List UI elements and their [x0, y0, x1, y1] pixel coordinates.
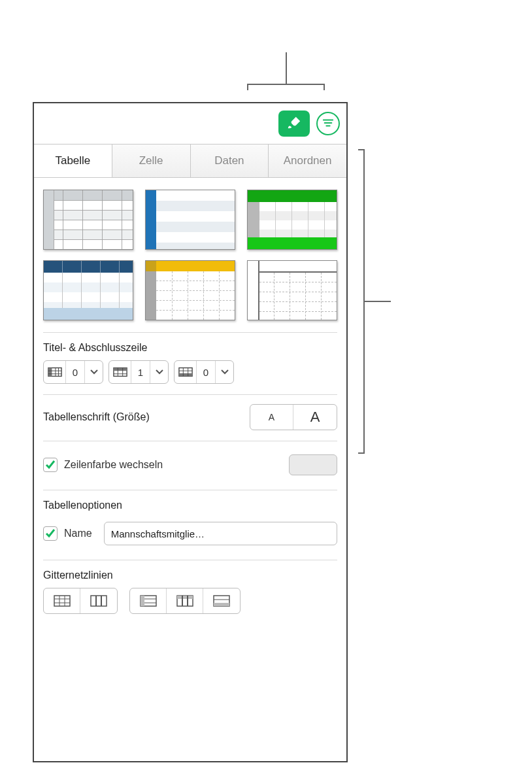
format-inspector-panel: Tabelle Zelle Daten Anordnen: [33, 102, 348, 762]
tab-anordnen[interactable]: Anordnen: [269, 144, 346, 177]
svg-rect-10: [113, 368, 126, 371]
svg-rect-28: [141, 596, 144, 606]
callout-top-bracket: [247, 52, 325, 92]
table-style-6[interactable]: [247, 260, 337, 320]
svg-rect-4: [48, 368, 52, 377]
header-rows-stepper[interactable]: 1: [108, 360, 169, 384]
footer-rows-stepper[interactable]: 0: [174, 360, 234, 384]
alternating-rows-label: Zeilenfarbe wechseln: [64, 459, 163, 471]
table-style-4[interactable]: [43, 260, 133, 320]
header-rows-value: 1: [131, 361, 150, 383]
font-smaller-button[interactable]: A: [250, 405, 293, 430]
organize-icon: [322, 118, 334, 129]
table-styles-grid: [43, 178, 337, 332]
svg-rect-19: [54, 596, 70, 606]
headers-footers-section: Titel- & Abschlusszeile 0 1: [43, 332, 337, 394]
table-font-section: Tabellenschrift (Größe) A A: [43, 394, 337, 441]
alternating-color-well[interactable]: [289, 454, 337, 475]
chevron-down-icon[interactable]: [150, 361, 168, 383]
table-style-5[interactable]: [145, 260, 235, 320]
gridlines-header-rows-button[interactable]: [167, 588, 203, 613]
table-font-title: Tabellenschrift (Größe): [43, 411, 150, 423]
paintbrush-icon: [287, 116, 301, 132]
headers-footers-title: Titel- & Abschlusszeile: [43, 342, 337, 354]
callout-right-bracket: [353, 149, 382, 454]
chevron-down-icon[interactable]: [215, 361, 233, 383]
font-larger-button[interactable]: A: [293, 405, 337, 430]
svg-rect-24: [91, 596, 107, 606]
header-rows-icon: [109, 361, 131, 383]
table-style-1[interactable]: [43, 190, 133, 250]
header-columns-value: 0: [66, 361, 84, 383]
chevron-down-icon[interactable]: [84, 361, 103, 383]
table-name-label: Name: [64, 528, 92, 539]
tab-tabelle[interactable]: Tabelle: [34, 144, 112, 177]
gridlines-horizontal-button[interactable]: [44, 588, 80, 613]
inspector-toolbar: [34, 103, 346, 144]
alternating-rows-section: Zeilenfarbe wechseln: [43, 441, 337, 490]
gridlines-header-cols-button[interactable]: [130, 588, 167, 613]
svg-rect-32: [177, 596, 193, 599]
table-options-section: Tabellenoptionen Name Mannschaftsmitglie…: [43, 490, 337, 560]
svg-rect-36: [214, 603, 229, 606]
svg-rect-15: [178, 373, 191, 377]
table-style-3[interactable]: [247, 190, 337, 250]
gridlines-vertical-button[interactable]: [80, 588, 117, 613]
table-name-checkbox[interactable]: [43, 526, 58, 541]
font-size-segment: A A: [250, 404, 337, 430]
tab-zelle[interactable]: Zelle: [112, 144, 191, 177]
gridlines-header-segment: [129, 588, 241, 614]
organize-button[interactable]: [316, 112, 340, 135]
alternating-rows-checkbox[interactable]: [43, 458, 58, 472]
format-button[interactable]: [278, 110, 310, 137]
header-columns-icon: [44, 361, 66, 383]
table-name-input[interactable]: Mannschaftsmitglie…: [104, 522, 337, 545]
header-columns-stepper[interactable]: 0: [43, 360, 103, 384]
tab-daten[interactable]: Daten: [191, 144, 269, 177]
table-options-title: Tabellenoptionen: [43, 500, 337, 511]
gridlines-footer-rows-button[interactable]: [203, 588, 240, 613]
footer-rows-icon: [175, 361, 197, 383]
gridlines-section: Gitternetzlinien: [43, 560, 337, 624]
table-style-2[interactable]: [145, 190, 235, 250]
footer-rows-value: 0: [197, 361, 215, 383]
gridlines-body-segment: [43, 588, 118, 614]
gridlines-title: Gitternetzlinien: [43, 570, 337, 581]
inspector-tabs: Tabelle Zelle Daten Anordnen: [34, 144, 346, 178]
